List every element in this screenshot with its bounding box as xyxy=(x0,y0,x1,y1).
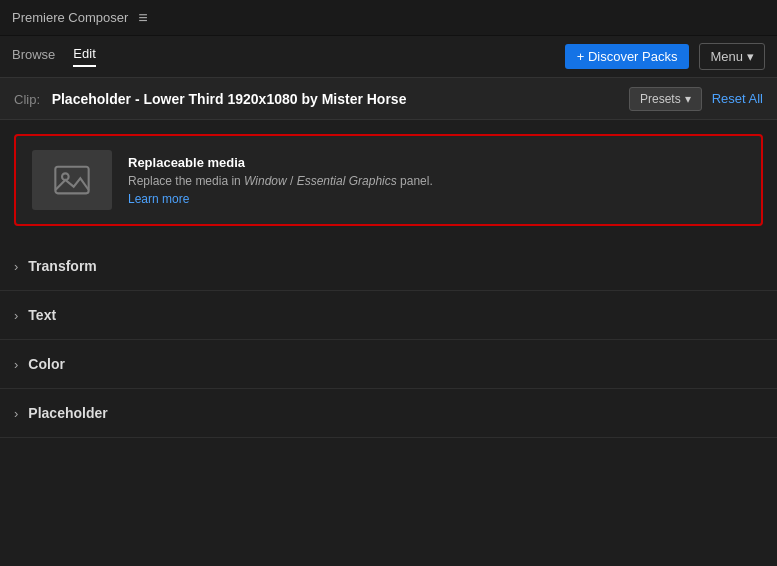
text-chevron-icon: › xyxy=(14,308,18,323)
media-card-description: Replace the media in Window / Essential … xyxy=(128,174,433,188)
transform-label: Transform xyxy=(28,258,96,274)
transform-chevron-icon: › xyxy=(14,259,18,274)
main-content: Replaceable media Replace the media in W… xyxy=(0,120,777,226)
section-transform[interactable]: › Transform xyxy=(0,242,777,291)
svg-rect-0 xyxy=(55,167,88,194)
clip-row: Clip: Placeholder - Lower Third 1920x108… xyxy=(0,78,777,120)
top-bar: Premiere Composer ≡ xyxy=(0,0,777,36)
media-card-title: Replaceable media xyxy=(128,155,433,170)
sections-list: › Transform › Text › Color › Placeholder xyxy=(0,242,777,438)
clip-label: Clip: xyxy=(14,92,40,107)
nav-tabs: Browse Edit + Discover Packs Menu ▾ xyxy=(0,36,777,78)
media-thumbnail xyxy=(32,150,112,210)
text-label: Text xyxy=(28,307,56,323)
hamburger-icon[interactable]: ≡ xyxy=(138,9,147,27)
clip-info: Clip: Placeholder - Lower Third 1920x108… xyxy=(14,91,406,107)
nav-left: Browse Edit xyxy=(12,46,96,67)
section-color[interactable]: › Color xyxy=(0,340,777,389)
clip-title: Placeholder - Lower Third 1920x1080 by M… xyxy=(52,91,407,107)
tab-edit[interactable]: Edit xyxy=(73,46,95,67)
color-chevron-icon: › xyxy=(14,357,18,372)
tab-browse[interactable]: Browse xyxy=(12,47,55,66)
app-title: Premiere Composer xyxy=(12,10,128,25)
menu-chevron-icon: ▾ xyxy=(747,49,754,64)
reset-all-button[interactable]: Reset All xyxy=(712,91,763,106)
media-info: Replaceable media Replace the media in W… xyxy=(128,155,433,206)
section-text[interactable]: › Text xyxy=(0,291,777,340)
color-label: Color xyxy=(28,356,65,372)
menu-button[interactable]: Menu ▾ xyxy=(699,43,765,70)
section-placeholder[interactable]: › Placeholder xyxy=(0,389,777,438)
presets-label: Presets xyxy=(640,92,681,106)
clip-right: Presets ▾ Reset All xyxy=(629,87,763,111)
menu-button-label: Menu xyxy=(710,49,743,64)
image-placeholder-icon xyxy=(52,160,92,200)
presets-chevron-icon: ▾ xyxy=(685,92,691,106)
replaceable-media-card: Replaceable media Replace the media in W… xyxy=(14,134,763,226)
learn-more-link[interactable]: Learn more xyxy=(128,192,433,206)
presets-button[interactable]: Presets ▾ xyxy=(629,87,702,111)
discover-packs-button[interactable]: + Discover Packs xyxy=(565,44,690,69)
placeholder-chevron-icon: › xyxy=(14,406,18,421)
nav-right: + Discover Packs Menu ▾ xyxy=(565,43,765,70)
placeholder-label: Placeholder xyxy=(28,405,107,421)
